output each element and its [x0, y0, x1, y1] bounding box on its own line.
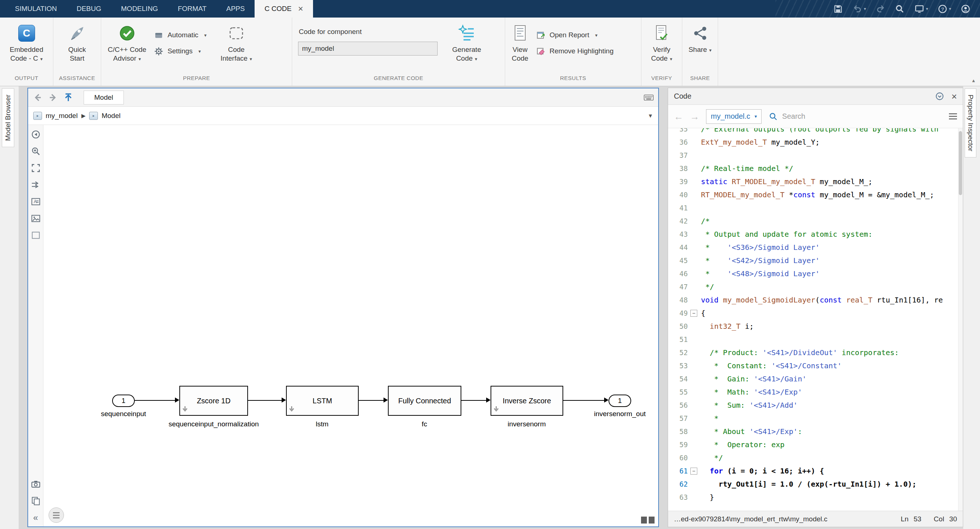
- share-button[interactable]: Share▾: [685, 21, 715, 55]
- code-line-50[interactable]: 50 int32_T i;: [668, 320, 963, 333]
- layout-icon[interactable]: ▾: [914, 4, 928, 14]
- code-line-48[interactable]: 48void my_model_SigmoidLayer(const real_…: [668, 293, 963, 306]
- code-line-47[interactable]: 47 */: [668, 280, 963, 293]
- code-line-42[interactable]: 42/*: [668, 214, 963, 228]
- block-inverse-zscore[interactable]: Inverse Zscore: [490, 386, 563, 416]
- code-line-36[interactable]: 36ExtY_my_model_T my_model_Y;: [668, 135, 963, 149]
- quick-start-button[interactable]: Quick Start: [65, 21, 90, 63]
- automatic-dropdown[interactable]: Automatic ▾: [150, 27, 210, 43]
- block-zscore-1d[interactable]: Zscore 1D: [179, 386, 248, 416]
- code-line-57[interactable]: 57 *: [668, 412, 963, 425]
- open-report-button[interactable]: Open Report ▾: [532, 27, 617, 43]
- back-icon[interactable]: [32, 92, 43, 103]
- tab-debug[interactable]: DEBUG: [67, 0, 111, 18]
- code-line-60[interactable]: 60 */: [668, 451, 963, 464]
- previous-view-icon[interactable]: [31, 129, 41, 140]
- close-tab-icon[interactable]: ×: [298, 5, 303, 13]
- outport-block[interactable]: 1: [609, 395, 631, 407]
- route-arrows-icon[interactable]: [31, 180, 41, 190]
- code-line-49[interactable]: 49−{: [668, 306, 963, 320]
- code-line-53[interactable]: 53 * Constant: '<S41>/Constant': [668, 359, 963, 372]
- code-scrollbar[interactable]: [958, 128, 963, 511]
- account-icon[interactable]: [961, 4, 970, 14]
- duplicate-icon[interactable]: [31, 496, 41, 506]
- image-icon[interactable]: [31, 214, 41, 223]
- redo-icon[interactable]: [875, 4, 885, 14]
- code-line-35[interactable]: 35/* External outputs (root outports fed…: [668, 128, 963, 135]
- code-line-59[interactable]: 59 * Operator: exp: [668, 438, 963, 451]
- file-selector[interactable]: my_model.c ▾: [706, 109, 762, 124]
- close-panel-icon[interactable]: ×: [951, 92, 957, 101]
- code-line-54[interactable]: 54 * Gain: '<S41>/Gain': [668, 372, 963, 386]
- block-fully-connected[interactable]: Fully Connected: [388, 386, 461, 416]
- search-input[interactable]: [782, 112, 913, 121]
- screenshot-icon[interactable]: [31, 479, 41, 489]
- code-line-37[interactable]: 37: [668, 149, 963, 162]
- model-browser-tab[interactable]: Model Browser: [2, 88, 14, 147]
- code-line-45[interactable]: 45 * '<S42>/Sigmoid Layer': [668, 254, 963, 267]
- code-line-51[interactable]: 51: [668, 333, 963, 346]
- property-inspector-tab[interactable]: Property Inspector: [965, 88, 976, 158]
- view-code-button[interactable]: View Code: [508, 21, 532, 63]
- fold-toggle[interactable]: −: [690, 310, 697, 317]
- help-icon[interactable]: ? ▾: [938, 4, 951, 14]
- tab-apps[interactable]: APPS: [216, 0, 255, 18]
- menu-icon[interactable]: [949, 113, 957, 120]
- search-icon[interactable]: [895, 4, 905, 14]
- viewmarks-button[interactable]: [49, 507, 64, 523]
- settings-dropdown[interactable]: Settings ▾: [150, 43, 210, 59]
- remove-highlighting-button[interactable]: Remove Highlighting: [532, 43, 617, 59]
- code-advisor-button[interactable]: C/C++ Code Advisor▾: [104, 21, 150, 64]
- fold-toggle[interactable]: −: [690, 468, 697, 475]
- save-icon[interactable]: [833, 4, 843, 14]
- code-line-44[interactable]: 44 * '<S36>/Sigmoid Layer': [668, 241, 963, 254]
- code-line-58[interactable]: 58 * About '<S41>/Exp':: [668, 425, 963, 438]
- collapse-ribbon-button[interactable]: ▴: [972, 77, 975, 84]
- breadcrumb-item-model[interactable]: Model: [102, 112, 121, 120]
- code-line-38[interactable]: 38/* Real-time model */: [668, 162, 963, 175]
- undo-icon[interactable]: ▾: [853, 4, 866, 14]
- signal-wire[interactable]: [359, 400, 383, 401]
- tab-c-code[interactable]: C CODE ×: [255, 0, 313, 18]
- signal-wire[interactable]: [563, 400, 604, 401]
- tab-simulation[interactable]: SIMULATION: [5, 0, 67, 18]
- editor-tab-model[interactable]: Model: [84, 91, 124, 105]
- model-canvas[interactable]: 1 sequenceinput Zscore 1D sequenceinput_…: [43, 125, 658, 526]
- code-interface-button[interactable]: Code Interface▾: [217, 21, 256, 64]
- annotation-icon[interactable]: A: [31, 196, 41, 207]
- signal-wire[interactable]: [248, 400, 282, 401]
- verify-code-button[interactable]: Verify Code▾: [648, 21, 676, 64]
- component-input[interactable]: [298, 41, 438, 56]
- code-line-63[interactable]: 63 }: [668, 491, 963, 504]
- code-line-41[interactable]: 41: [668, 201, 963, 214]
- breadcrumb-item-my-model[interactable]: my_model: [46, 112, 78, 120]
- dock-icon[interactable]: [935, 91, 945, 102]
- tab-modeling[interactable]: MODELING: [111, 0, 168, 18]
- code-line-43[interactable]: 43 * Output and update for atomic system…: [668, 228, 963, 241]
- tab-format[interactable]: FORMAT: [168, 0, 216, 18]
- signal-wire[interactable]: [135, 400, 175, 401]
- code-line-56[interactable]: 56 * Sum: '<S41>/Add': [668, 398, 963, 412]
- signal-wire[interactable]: [461, 400, 486, 401]
- breadcrumb-dropdown-icon[interactable]: ▼: [648, 113, 653, 119]
- code-line-46[interactable]: 46 * '<S48>/Sigmoid Layer': [668, 267, 963, 280]
- keyboard-icon[interactable]: [644, 92, 654, 103]
- block-lstm[interactable]: LSTM: [286, 386, 359, 416]
- code-line-39[interactable]: 39static RT_MODEL_my_model_T my_model_M_…: [668, 175, 963, 188]
- code-line-62[interactable]: 62 rty_Out1[i] = 1.0 / (exp(-rtu_In1[i])…: [668, 478, 963, 491]
- up-to-parent-icon[interactable]: [63, 92, 73, 103]
- scrollbar-thumb[interactable]: [959, 131, 962, 195]
- code-forward-icon[interactable]: →: [690, 112, 700, 121]
- code-line-40[interactable]: 40RT_MODEL_my_model_T *const my_model_M …: [668, 188, 963, 201]
- collapse-palette-icon[interactable]: «: [31, 513, 41, 523]
- code-back-icon[interactable]: ←: [674, 112, 683, 121]
- code-line-52[interactable]: 52 /* Product: '<S41>/DivideOut' incorpo…: [668, 346, 963, 359]
- embedded-code-button[interactable]: C Embedded Code - C▾: [6, 21, 47, 64]
- generate-code-button[interactable]: Generate Code▾: [449, 21, 485, 64]
- area-icon[interactable]: [31, 230, 41, 241]
- pane-controls[interactable]: [641, 516, 655, 524]
- fit-to-view-icon[interactable]: [31, 163, 41, 173]
- code-view[interactable]: 35/* External outputs (root outports fed…: [668, 128, 963, 511]
- inport-block[interactable]: 1: [112, 395, 135, 407]
- code-line-55[interactable]: 55 * Math: '<S41>/Exp': [668, 386, 963, 398]
